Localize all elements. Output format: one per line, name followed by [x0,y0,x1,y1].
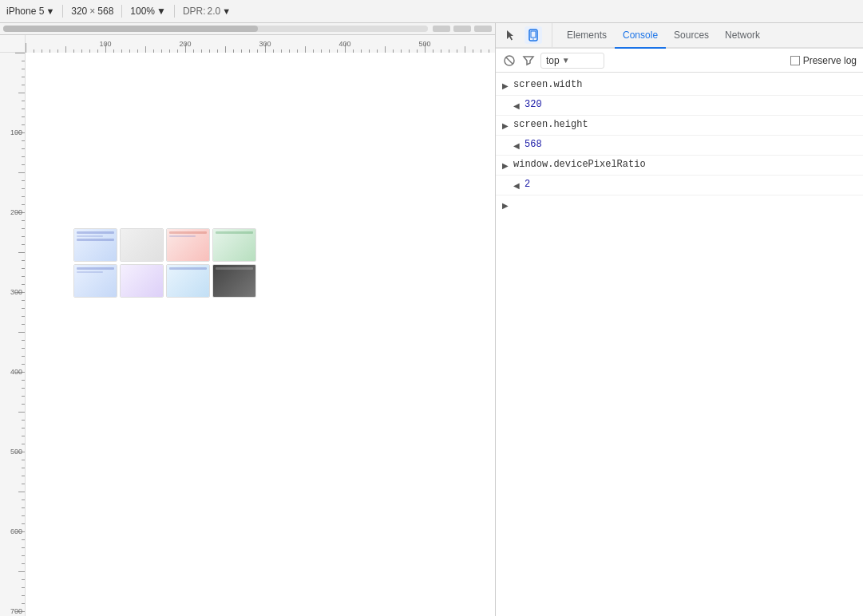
console-entry-320: 320 [496,96,863,116]
screenshot-cell-2 [120,228,164,262]
console-text-screen-width: screen.width [513,77,582,92]
tab-sources[interactable]: Sources [666,23,717,49]
devtools-icon-group [502,23,552,47]
scroll-thumb [3,26,258,32]
cursor-tool-btn[interactable] [502,26,520,44]
clear-console-btn[interactable] [502,53,517,68]
console-value-568: 568 [525,137,542,152]
console-entry-screen-height: screen.height [496,116,863,136]
device-viewport [26,53,495,616]
scroll-dots [433,26,492,32]
preserve-log-label: Preserve log [803,55,857,66]
tab-elements[interactable]: Elements [559,23,615,49]
ruler-content-area: 100200300400500600 100200300400500600700 [0,35,495,616]
tab-elements-label: Elements [567,30,607,41]
preserve-log-group: Preserve log [790,55,857,66]
svg-point-2 [532,38,534,40]
dpr-label: DPR: 2.0 ▼ [183,6,231,17]
device-toolbar: iPhone 5 ▼ 320 × 568 100% ▼ DPR: 2.0 ▼ [0,0,863,23]
console-value-320: 320 [525,97,542,112]
console-content: screen.width 320 screen.height 568 windo… [496,73,863,616]
device-frame-btn[interactable] [525,26,542,44]
dpr-value: 2.0 [208,6,221,17]
console-value-2: 2 [525,177,530,192]
screenshot-cell-4 [212,228,256,262]
chevron-screen-width[interactable] [502,77,513,93]
console-entry-2: 2 [496,176,863,195]
device-dropdown-btn[interactable]: ▼ [46,6,54,16]
tab-network-label: Network [725,30,760,41]
dpr-text: DPR: [183,6,206,17]
toolbar-separator-1 [62,5,63,18]
viewport-width: 320 [71,6,87,17]
dpr-dropdown-btn[interactable]: ▼ [222,6,231,16]
filter-icon [522,54,535,67]
scroll-bar-area [0,23,495,35]
device-dropdown-arrow: ▼ [46,6,54,16]
screenshot-grid [73,228,256,298]
toolbar-separator-3 [174,5,175,18]
zoom-btn[interactable]: 100% ▼ [130,6,166,17]
tab-sources-label: Sources [674,30,709,41]
tab-console-label: Console [623,30,658,41]
scroll-track[interactable] [3,26,428,32]
devtools-panel: Elements Console Sources Network [495,23,863,616]
zoom-arrow: ▼ [156,6,166,17]
chevron-568[interactable] [513,137,525,153]
context-selector[interactable]: top ▼ [540,53,604,69]
screenshot-cell-1 [73,228,117,262]
viewport-height: 568 [97,6,113,17]
preserve-log-checkbox[interactable] [790,56,800,65]
dimension-display: 320 × 568 [71,6,113,17]
chevron-320[interactable] [513,97,525,113]
device-name-label: iPhone 5 ▼ [6,6,54,17]
ruler-corner [0,35,26,53]
tab-network[interactable]: Network [717,23,768,49]
devtools-tabs: Elements Console Sources Network [496,23,863,49]
context-value: top [546,55,560,66]
svg-rect-1 [531,31,536,38]
scroll-dot-3 [474,26,492,32]
chevron-screen-height[interactable] [502,117,513,133]
toolbar-separator-2 [121,5,122,18]
vertical-ruler: 100200300400500600700 [0,53,26,616]
horizontal-ruler: 100200300400500600 [26,35,495,53]
device-content [26,53,495,616]
ruler-row: 100200300400500600 [0,35,495,53]
screenshot-cell-8 [212,264,256,298]
console-entry-dpr: window.devicePixelRatio [496,156,863,176]
console-prompt-chevron[interactable] [502,199,513,210]
console-input[interactable] [513,199,857,210]
main-area: 100200300400500600 100200300400500600700 [0,23,863,616]
dimension-x-sep: × [89,6,95,17]
console-prompt-row [496,195,863,213]
console-toolbar: top ▼ Preserve log [496,49,863,73]
context-arrow: ▼ [562,56,570,65]
dpr-arrow: ▼ [222,6,231,16]
console-text-screen-height: screen.height [513,117,588,132]
screenshot-cell-7 [166,264,210,298]
device-frame-icon [527,29,540,41]
chevron-2[interactable] [513,177,525,193]
screenshot-cell-3 [166,228,210,262]
filter-btn[interactable] [521,53,536,68]
chevron-dpr[interactable] [502,157,513,173]
viewport-area: 100200300400500600 100200300400500600700 [0,23,495,616]
zoom-level: 100% [130,6,155,17]
console-entry-screen-width: screen.width [496,76,863,96]
tab-console[interactable]: Console [615,23,666,49]
svg-line-4 [506,57,513,64]
console-text-dpr: window.devicePixelRatio [513,157,646,172]
screenshot-cell-6 [120,264,164,298]
cursor-icon [505,29,517,41]
clear-icon [503,54,516,67]
device-name-text: iPhone 5 [6,6,44,17]
scroll-dot-1 [433,26,450,32]
scroll-dot-2 [453,26,471,32]
console-entry-568: 568 [496,136,863,156]
screenshot-cell-5 [73,264,117,298]
